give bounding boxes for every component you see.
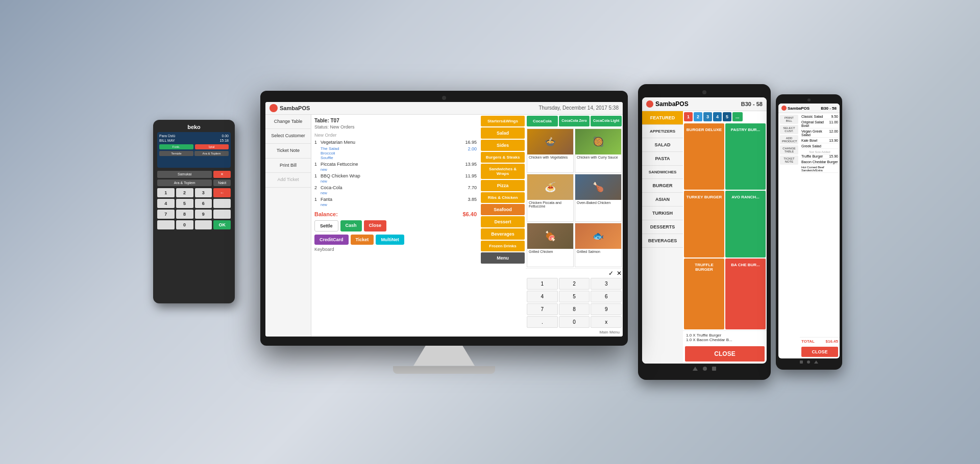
np-3[interactable]: 3 — [591, 278, 622, 290]
cat-ribs[interactable]: Ribs & Chicken — [481, 192, 525, 203]
t-btn-ara-toplem[interactable]: Ara & Toplem — [157, 179, 212, 186]
n-btn-2[interactable]: 2 — [176, 188, 193, 197]
tab-cat-turkish[interactable]: TURKISH — [642, 207, 683, 220]
cat-beverages[interactable]: Beverages — [481, 228, 525, 240]
cat-pizza[interactable]: Pizza — [481, 180, 525, 191]
cat-starters[interactable]: Starters&Wings — [481, 116, 525, 126]
t-btn-samukai[interactable]: Samukai — [157, 171, 212, 178]
tab-num-5[interactable]: 5 — [723, 112, 731, 121]
t-btn-temizle[interactable]: Temizle — [159, 151, 193, 156]
tab-num-4[interactable]: 4 — [713, 112, 722, 121]
tab-cat-appetizers[interactable]: APPETIZERS — [642, 125, 683, 138]
sidebar-ticket-note[interactable]: Ticket Note — [265, 144, 311, 159]
phone-btn-change[interactable]: CHANGE TABLE — [780, 145, 798, 154]
t-btn-ara[interactable]: Ara & Toplem — [194, 151, 229, 156]
np-9[interactable]: 9 — [591, 303, 622, 315]
phone-btn-print[interactable]: PRINT BILL — [780, 115, 798, 124]
sidebar-print-bill[interactable]: Print Bill — [265, 159, 311, 173]
tablet-back-icon[interactable] — [693, 367, 698, 371]
btn-cocacola-zero[interactable]: CocaCola Zero — [559, 116, 590, 126]
close-button[interactable]: Close — [364, 220, 387, 231]
tab-num-3[interactable]: 3 — [703, 112, 712, 121]
tab-num-2[interactable]: 2 — [694, 112, 702, 121]
t-btn-nakit[interactable]: Nakit — [213, 179, 231, 186]
np-x[interactable]: x — [591, 316, 622, 328]
food-item-6[interactable]: 🐟 Grilled Salmon — [575, 223, 622, 267]
np-dot[interactable]: . — [527, 316, 558, 328]
n-btn-1[interactable]: 1 — [157, 188, 175, 197]
tab-num-1[interactable]: 1 — [684, 112, 693, 121]
phone-btn-add[interactable]: ADD PRODUCT — [780, 135, 798, 144]
t-btn-red1[interactable]: İptal — [195, 144, 229, 149]
settle-button[interactable]: Settle — [314, 220, 338, 231]
n-btn-5[interactable]: 5 — [176, 199, 193, 208]
np-5[interactable]: 5 — [559, 291, 590, 302]
ticket-button[interactable]: Ticket — [351, 235, 374, 245]
n-btn-8[interactable]: 8 — [176, 210, 193, 219]
tab-cat-sandwiches[interactable]: SANDWICHES — [642, 166, 683, 179]
cat-sides[interactable]: Sides — [481, 140, 525, 151]
cat-menu[interactable]: Menu — [481, 252, 525, 264]
tab-item-pastry-bur[interactable]: PASTRY BUR... — [725, 123, 766, 190]
phone-btn-ticket[interactable]: TICKET NOTE — [780, 156, 798, 165]
np-4[interactable]: 4 — [527, 291, 558, 302]
tab-cat-pasta[interactable]: PASTA — [642, 152, 683, 166]
cat-dessert[interactable]: Dessert — [481, 216, 525, 227]
phone-recent-icon[interactable] — [800, 360, 803, 364]
t-btn-green1[interactable]: Fonk. — [159, 144, 193, 149]
np-8[interactable]: 8 — [559, 303, 590, 315]
tab-cat-asian[interactable]: ASIAN — [642, 193, 683, 207]
n-btn-back[interactable]: ← — [213, 188, 231, 197]
tab-num-more[interactable]: ... — [732, 112, 743, 121]
np-0[interactable]: 0 — [559, 316, 590, 328]
n-btn-7[interactable]: 7 — [157, 210, 175, 219]
sidebar-select-customer[interactable]: Select Customer — [265, 129, 311, 144]
np-6[interactable]: 6 — [591, 291, 622, 302]
tab-item-avo-ranch[interactable]: AVO RANCH... — [725, 191, 766, 257]
cat-burgers[interactable]: Burgers & Steaks — [481, 152, 525, 163]
food-item-4[interactable]: 🍗 Oven-Baked Chicken — [575, 174, 622, 222]
btn-cocacola[interactable]: CocaCola — [527, 116, 558, 126]
sidebar-add-ticket[interactable]: Add Ticket — [265, 173, 311, 188]
food-item-1[interactable]: 🍲 Chicken with Vegetables — [527, 128, 574, 173]
cat-seafood[interactable]: Seafood — [481, 204, 525, 215]
tab-cat-burger[interactable]: BURGER — [642, 179, 683, 193]
x-icon[interactable]: ✕ — [617, 270, 622, 277]
n-btn-3[interactable]: 3 — [195, 188, 212, 197]
food-item-3[interactable]: 🍝 Chicken Piccata and Fettuccine — [527, 174, 574, 222]
tablet-recent-icon[interactable] — [712, 367, 716, 371]
phone-home-icon[interactable] — [807, 360, 810, 364]
cash-button[interactable]: Cash — [340, 220, 362, 231]
tab-item-truffle-burger[interactable]: TRUFFLE BURGER — [684, 259, 724, 329]
n-btn-6[interactable]: 6 — [195, 199, 212, 208]
tab-item-burger-deluxe[interactable]: BURGER DELUXE — [684, 123, 724, 190]
tab-item-ba-che-bur[interactable]: BA CHE BUR... — [725, 259, 766, 329]
tab-cat-beverages[interactable]: BEVERAGES — [642, 234, 683, 248]
np-7[interactable]: 7 — [527, 303, 558, 315]
tab-cat-desserts[interactable]: DESSERTS — [642, 220, 683, 234]
food-item-2[interactable]: 🥘 Chicken with Curry Sauce — [575, 128, 622, 173]
food-item-5[interactable]: 🍖 Grilled Chicken — [527, 223, 574, 267]
cat-frozen[interactable]: Frozen Drinks — [481, 241, 525, 251]
n-btn-0[interactable]: 0 — [176, 220, 193, 229]
phone-btn-select[interactable]: SELECT CUST. — [780, 125, 798, 134]
multinet-button[interactable]: MultiNet — [376, 235, 404, 245]
cat-sandwiches[interactable]: Sandwiches & Wraps — [481, 164, 525, 179]
n-btn-9[interactable]: 9 — [195, 210, 212, 219]
cat-salad[interactable]: Salad — [481, 127, 525, 139]
phone-back-icon[interactable] — [814, 360, 818, 364]
n-btn-ok[interactable]: OK — [213, 220, 231, 229]
check-icon[interactable]: ✓ — [608, 270, 614, 277]
btn-cocacola-light[interactable]: CocaCola Light — [591, 116, 622, 126]
np-2[interactable]: 2 — [559, 278, 590, 290]
n-btn-4[interactable]: 4 — [157, 199, 175, 208]
tablet-close-button[interactable]: CLOSE — [685, 346, 765, 362]
tab-cat-salad[interactable]: SALAD — [642, 138, 683, 152]
t-btn-cancel[interactable]: ✕ — [213, 171, 231, 178]
sidebar-change-table[interactable]: Change Table — [265, 115, 311, 130]
tablet-home-icon[interactable] — [703, 367, 707, 371]
creditcard-button[interactable]: CreditCard — [314, 235, 349, 245]
np-1[interactable]: 1 — [527, 278, 558, 290]
phone-close-button[interactable]: CLOSE — [801, 347, 838, 357]
tab-cat-featured[interactable]: FEATURED — [642, 111, 683, 125]
